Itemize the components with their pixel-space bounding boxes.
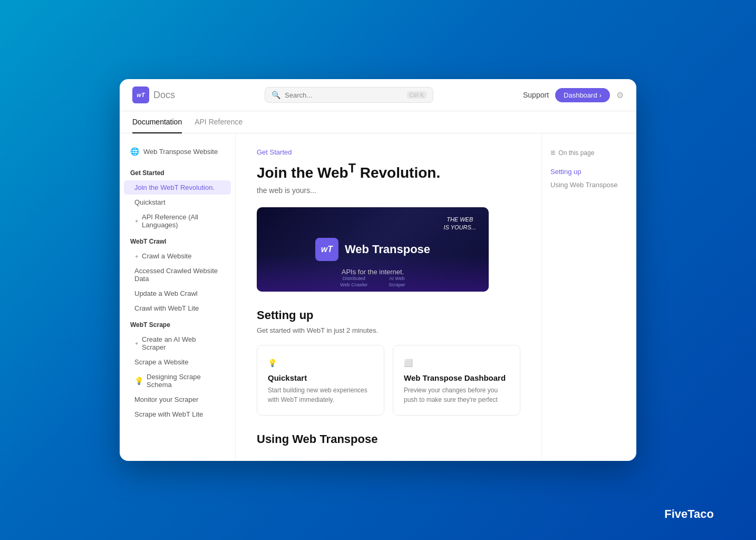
sidebar-item-api-ref[interactable]: API Reference (All Languages): [124, 210, 231, 232]
card-dashboard-desc: Preview your changes before you push to …: [404, 385, 509, 404]
settings-icon[interactable]: ⚙: [616, 90, 624, 100]
logo-area: wT Docs: [132, 86, 175, 103]
toc-item-using[interactable]: Using Web Transpose: [550, 178, 628, 191]
sidebar-schema-label: Designing Scrape Schema: [147, 373, 220, 389]
square-icon-dashboard: [404, 356, 509, 368]
bulb-icon-quickstart: [268, 356, 373, 368]
setting-up-desc: Get started with WebT in just 2 minutes.: [257, 326, 520, 334]
sidebar-crawl-website-label: Crawl a Website: [142, 252, 191, 260]
sidebar-section-crawl: WebT Crawl: [120, 233, 235, 248]
title-part2: Revolution.: [356, 165, 440, 181]
sidebar-item-quickstart[interactable]: Quickstart: [124, 195, 231, 209]
card-quickstart-title: Quickstart: [268, 373, 373, 382]
sidebar-scrape-website-label: Scrape a Website: [134, 358, 188, 366]
logo-icon: wT: [132, 86, 149, 103]
hero-badge2-line2: Scraper: [389, 282, 405, 287]
support-link[interactable]: Support: [523, 91, 549, 99]
using-section-title: Using Web Transpose: [257, 432, 520, 446]
sidebar-item-update-crawl[interactable]: Update a Web Crawl: [124, 286, 231, 301]
setting-up-title: Setting up: [257, 308, 520, 322]
sidebar-api-ref-label: API Reference (All Languages): [142, 213, 220, 229]
nav-tabs: Documentation API Reference: [120, 111, 636, 133]
search-input[interactable]: [285, 91, 403, 99]
list-icon: [550, 148, 555, 158]
hero-tagline: APIs for the internet.: [342, 268, 404, 276]
header: wT Docs 🔍 Ctrl K Support Dashboard › ⚙: [120, 79, 636, 111]
hero-badge-scraper: AI Web Scraper: [389, 275, 405, 288]
sidebar-accessed-label: Accessed Crawled Website Data: [134, 267, 220, 283]
hero-center: wT Web Transpose: [315, 238, 430, 261]
sidebar-item-crawl-lite[interactable]: Crawl with WebT Lite: [124, 301, 231, 315]
sidebar-crawl-lite-label: Crawl with WebT Lite: [134, 304, 199, 312]
sidebar-monitor-label: Monitor your Scraper: [134, 396, 198, 403]
hero-badge1-line1: Distributed: [343, 276, 365, 281]
sidebar-item-create-scraper[interactable]: Create an AI Web Scraper: [124, 332, 231, 354]
bulb-icon-schema: [134, 377, 143, 385]
toc-header: On this page: [550, 148, 628, 158]
card-dashboard[interactable]: Web Transpose Dashboard Preview your cha…: [393, 345, 520, 416]
card-quickstart[interactable]: Quickstart Start building new web experi…: [257, 345, 384, 416]
tab-api-reference[interactable]: API Reference: [195, 111, 243, 133]
sidebar: Web Transpose Website Get Started Join t…: [120, 133, 236, 461]
sidebar-scrape-lite-label: Scrape with WebT Lite: [134, 410, 203, 418]
header-actions: Support Dashboard › ⚙: [523, 88, 624, 102]
sidebar-join-label: Join the WebT Revolution.: [134, 184, 215, 191]
search-shortcut: Ctrl K: [407, 91, 427, 99]
tab-documentation[interactable]: Documentation: [132, 111, 182, 133]
sidebar-update-crawl-label: Update a Web Crawl: [134, 290, 198, 297]
content-area: Web Transpose Website Get Started Join t…: [120, 133, 636, 461]
search-icon: 🔍: [272, 91, 280, 99]
logo-text: Docs: [153, 90, 175, 101]
card-dashboard-title: Web Transpose Dashboard: [404, 373, 509, 382]
sidebar-item-schema[interactable]: Designing Scrape Schema: [124, 370, 231, 392]
main-content: Get Started Join the WebT Revolution. th…: [236, 133, 541, 461]
toc-header-label: On this page: [558, 149, 594, 157]
page-title: Join the WebT Revolution.: [257, 161, 520, 182]
sidebar-item-join[interactable]: Join the WebT Revolution.: [124, 180, 231, 195]
hero-badges: Distributed Web Crawler AI Web Scraper: [340, 275, 405, 288]
sidebar-item-scrape-lite[interactable]: Scrape with WebT Lite: [124, 407, 231, 421]
sidebar-section-scrape: WebT Scrape: [120, 316, 235, 332]
sidebar-item-monitor[interactable]: Monitor your Scraper: [124, 392, 231, 407]
hero-brand: Web Transpose: [345, 243, 430, 256]
sidebar-section-get-started: Get Started: [120, 164, 235, 180]
title-part1: Join the Web: [257, 165, 348, 181]
sidebar-item-scrape-website[interactable]: Scrape a Website: [124, 355, 231, 369]
toc-item-setting-up[interactable]: Setting up: [550, 165, 628, 178]
hero-badge-crawler: Distributed Web Crawler: [340, 275, 367, 288]
sidebar-website[interactable]: Web Transpose Website: [120, 144, 235, 164]
doc-window: wT Docs 🔍 Ctrl K Support Dashboard › ⚙ D…: [120, 79, 636, 461]
title-super: T: [348, 161, 356, 175]
hero-image: THE WEBIS YOURS... wT Web Transpose APIs…: [257, 207, 489, 292]
hero-badge2-line1: AI Web: [389, 276, 404, 281]
sidebar-quickstart-label: Quickstart: [134, 198, 166, 206]
sidebar-website-label: Web Transpose Website: [143, 148, 218, 156]
globe-icon: [130, 147, 139, 156]
footer-brand-text: FiveTaco: [664, 507, 714, 520]
dashboard-button[interactable]: Dashboard ›: [555, 88, 610, 102]
dashboard-label: Dashboard: [564, 91, 597, 99]
hero-badge1-line2: Web Crawler: [340, 282, 367, 287]
card-quickstart-desc: Start building new web experiences with …: [268, 385, 373, 404]
footer-brand: FiveTaco: [643, 499, 735, 529]
toc: On this page Setting up Using Web Transp…: [541, 133, 636, 461]
sidebar-create-scraper-label: Create an AI Web Scraper: [142, 335, 220, 351]
hero-top-text: THE WEBIS YOURS...: [443, 216, 476, 232]
sidebar-item-crawl-website[interactable]: Crawl a Website: [124, 249, 231, 263]
sparkle-icon-crawl: [134, 253, 139, 260]
page-subtitle: the web is yours...: [257, 186, 520, 195]
sparkle-icon-scraper: [134, 340, 139, 347]
breadcrumb[interactable]: Get Started: [257, 148, 520, 156]
sidebar-item-accessed-data[interactable]: Accessed Crawled Website Data: [124, 264, 231, 286]
hero-logo-icon: wT: [315, 238, 338, 261]
chevron-right-icon: ›: [599, 91, 602, 99]
cards-row: Quickstart Start building new web experi…: [257, 345, 520, 416]
search-bar[interactable]: 🔍 Ctrl K: [265, 87, 433, 103]
star-icon: [134, 217, 139, 225]
